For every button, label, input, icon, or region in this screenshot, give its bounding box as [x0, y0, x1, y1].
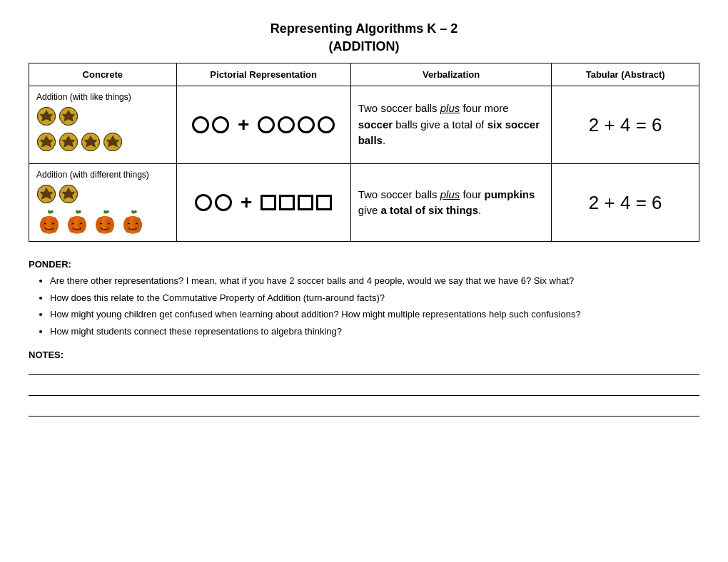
soccer-balls-top-2	[36, 184, 169, 204]
plus-sign: +	[238, 113, 249, 136]
soccer-ball-icon	[36, 106, 56, 126]
circle-icon	[212, 116, 229, 133]
note-line-1	[29, 374, 699, 375]
soccer-ball-icon	[36, 132, 56, 152]
pictorial-expression-2: +	[184, 191, 343, 214]
concrete-cell-1: Addition (with like things)	[29, 86, 177, 164]
verbal-text-1: Two soccer balls plus four more soccer b…	[358, 101, 545, 149]
soccer-ball-icon	[36, 184, 56, 204]
note-line-3	[29, 416, 699, 417]
soccer-ball-icon	[59, 184, 79, 204]
pumpkin-icon	[120, 210, 146, 235]
square-icon	[279, 195, 295, 210]
notes-label: NOTES:	[29, 349, 699, 360]
section-label-2: Addition (with different things)	[36, 170, 169, 180]
svg-point-40	[78, 217, 86, 233]
square-icon	[298, 195, 313, 210]
circles-2b	[195, 194, 232, 211]
svg-point-51	[106, 217, 114, 233]
list-item: Are there other representations? I mean,…	[50, 274, 699, 288]
verbal-cell-1: Two soccer balls plus four more soccer b…	[350, 86, 552, 164]
section-label-1: Addition (with like things)	[36, 92, 169, 102]
pictorial-cell-2: +	[176, 164, 350, 242]
verbal-cell-2: Two soccer balls plus four pumpkins give…	[350, 164, 552, 242]
tabular-cell-1: 2 + 4 = 6	[552, 86, 699, 164]
tabular-text-2: 2 + 4 = 6	[589, 192, 662, 213]
circle-icon	[298, 116, 315, 133]
list-item: How might young children get confused wh…	[50, 307, 699, 322]
page-subtitle: (ADDITION)	[29, 39, 699, 54]
list-item: How might students connect these represe…	[50, 325, 699, 339]
circle-icon	[192, 116, 209, 133]
plus-sign: +	[241, 191, 252, 214]
concrete-cell-2: Addition (with different things)	[29, 164, 177, 242]
soccer-ball-icon	[103, 132, 123, 152]
verbal-text-2: Two soccer balls plus four pumpkins give…	[358, 187, 545, 219]
square-icon	[261, 195, 276, 210]
pumpkin-icon	[36, 210, 62, 235]
tabular-text-1: 2 + 4 = 6	[589, 114, 662, 136]
main-table: Concrete Pictorial Representation Verbal…	[29, 63, 699, 242]
circle-icon	[195, 194, 212, 211]
col-header-pictorial: Pictorial Representation	[176, 63, 350, 86]
circles-2	[192, 116, 229, 133]
ponder-list: Are there other representations? I mean,…	[29, 274, 699, 338]
circle-icon	[258, 116, 275, 133]
ponder-label: PONDER:	[29, 259, 699, 270]
svg-point-29	[50, 217, 59, 233]
circles-4	[258, 116, 335, 133]
square-icon	[316, 195, 332, 210]
soccer-balls-bottom	[36, 132, 169, 152]
col-header-tabular: Tabular (Abstract)	[552, 63, 699, 86]
note-line-2	[29, 395, 699, 396]
circle-icon	[278, 116, 295, 133]
squares-4	[261, 195, 332, 210]
pictorial-expression-1: +	[184, 113, 343, 136]
page-title: Representing Algorithms K – 2	[29, 21, 699, 36]
soccer-ball-icon	[59, 132, 79, 152]
pumpkin-icon	[64, 210, 90, 235]
pumpkin-row	[36, 210, 169, 235]
col-header-verbal: Verbalization	[350, 63, 552, 86]
soccer-ball-icon	[81, 132, 101, 152]
soccer-balls-top	[36, 106, 169, 126]
tabular-cell-2: 2 + 4 = 6	[552, 164, 699, 242]
pictorial-cell-1: +	[176, 86, 350, 164]
circle-icon	[318, 116, 335, 133]
pumpkin-icon	[92, 210, 118, 235]
ponder-section: PONDER: Are there other representations?…	[29, 259, 699, 338]
col-header-concrete: Concrete	[29, 63, 177, 86]
table-row: Addition (with like things)	[29, 86, 699, 164]
svg-point-62	[133, 217, 142, 233]
table-row: Addition (with different things)	[29, 164, 699, 242]
list-item: How does this relate to the Commutative …	[50, 291, 699, 305]
circle-icon	[215, 194, 232, 211]
soccer-ball-icon	[59, 106, 79, 126]
